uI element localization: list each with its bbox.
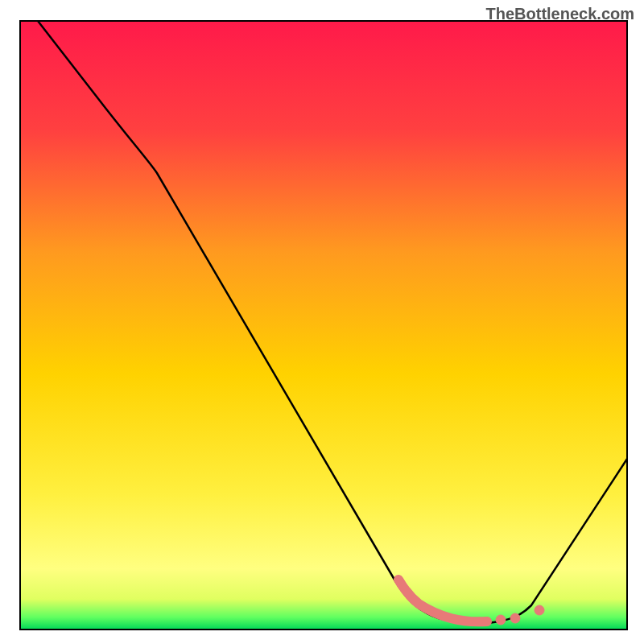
svg-point-1	[510, 613, 520, 623]
svg-point-0	[496, 615, 506, 625]
watermark-text: TheBottleneck.com	[486, 5, 634, 23]
chart-container: TheBottleneck.com	[0, 0, 644, 644]
chart-svg	[0, 0, 644, 644]
svg-point-2	[535, 605, 544, 615]
plot-background	[20, 21, 627, 630]
